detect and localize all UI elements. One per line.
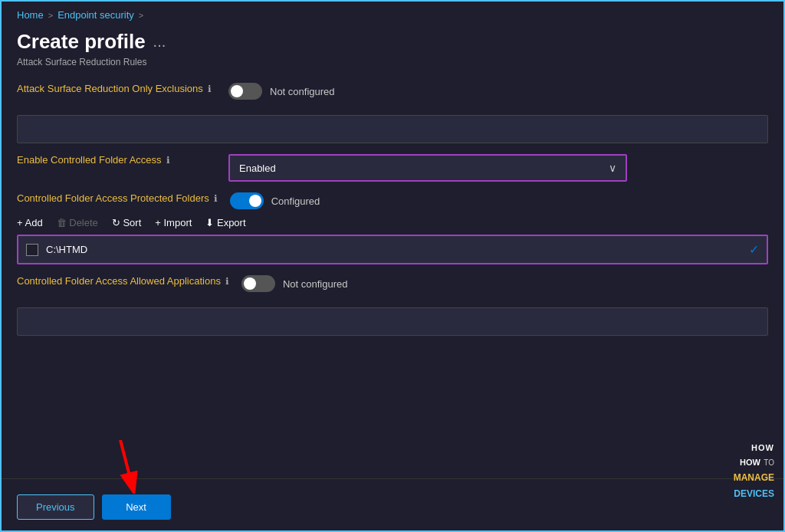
footer-container: HOW HOW TO MANAGE DEVICES Previous Next — [2, 487, 783, 530]
list-item: C:\HTMD ✓ — [17, 235, 768, 264]
watermark-how: HOW — [751, 443, 774, 452]
allowed-apps-label: Controlled Folder Access Allowed Applica… — [17, 275, 229, 287]
allowed-apps-toggle[interactable] — [241, 275, 275, 292]
previous-button[interactable]: Previous — [17, 494, 94, 520]
more-options-button[interactable]: ... — [153, 33, 166, 51]
attack-surface-input[interactable] — [17, 115, 768, 143]
page-title: Create profile — [17, 30, 146, 54]
enable-controlled-control: Enabled ∨ — [228, 154, 768, 182]
next-button[interactable]: Next — [102, 494, 171, 520]
controlled-folder-toggle[interactable] — [230, 192, 264, 209]
allowed-apps-toggle-track — [241, 275, 275, 292]
svg-line-1 — [120, 440, 132, 484]
add-button[interactable]: + Add — [17, 217, 43, 228]
list-item-checkmark-icon: ✓ — [749, 242, 759, 257]
allowed-apps-status: Not configured — [283, 278, 348, 290]
breadcrumb-home[interactable]: Home — [17, 9, 44, 21]
controlled-folder-info-icon[interactable]: ℹ — [214, 193, 218, 204]
enable-controlled-label: Enable Controlled Folder Access ℹ — [17, 154, 216, 166]
toggle-track — [228, 83, 262, 100]
list-item-checkbox[interactable] — [26, 244, 38, 256]
controlled-folder-control: Configured — [230, 192, 768, 209]
watermark-to2: TO — [764, 458, 774, 467]
dropdown-value: Enabled — [239, 163, 276, 174]
red-arrow-annotation — [105, 440, 151, 494]
controlled-folder-toolbar: + Add 🗑 Delete ↻ Sort + Import ⬇ Export — [17, 217, 768, 228]
toggle-track-on — [230, 192, 264, 209]
breadcrumb-endpoint-security[interactable]: Endpoint security — [57, 9, 134, 21]
import-button[interactable]: + Import — [155, 217, 192, 228]
breadcrumb-sep2: > — [139, 11, 143, 20]
toggle-thumb — [231, 85, 243, 97]
dropdown-arrow-icon: ∨ — [609, 162, 616, 174]
enable-controlled-dropdown[interactable]: Enabled ∨ — [228, 154, 627, 182]
attack-surface-label: Attack Surface Reduction Only Exclusions… — [17, 83, 216, 94]
export-button[interactable]: ⬇ Export — [205, 217, 245, 228]
page-subtitle: Attack Surface Reduction Rules — [2, 57, 783, 75]
enable-controlled-row: Enable Controlled Folder Access ℹ Enable… — [17, 154, 768, 182]
attack-surface-toggle[interactable] — [228, 83, 262, 100]
controlled-folder-status: Configured — [271, 195, 320, 207]
watermark-manage: MANAGE — [734, 472, 774, 483]
allowed-apps-control: Not configured — [241, 275, 768, 292]
controlled-folder-label: Controlled Folder Access Protected Folde… — [17, 192, 218, 204]
toggle-thumb-on — [249, 195, 261, 207]
attack-surface-row: Attack Surface Reduction Only Exclusions… — [17, 83, 768, 100]
allowed-apps-info-icon[interactable]: ℹ — [225, 276, 229, 287]
breadcrumb: Home > Endpoint security > — [2, 2, 783, 25]
watermark-devices: DEVICES — [734, 488, 774, 499]
list-item-text: C:\HTMD — [46, 244, 741, 255]
attack-surface-info-icon[interactable]: ℹ — [208, 84, 212, 94]
controlled-folder-section: Controlled Folder Access Protected Folde… — [17, 192, 768, 264]
breadcrumb-sep1: > — [48, 11, 53, 20]
allowed-apps-input-container — [17, 303, 768, 336]
allowed-apps-input[interactable] — [17, 307, 768, 336]
allowed-apps-row: Controlled Folder Access Allowed Applica… — [17, 275, 768, 292]
attack-surface-control: Not configured — [228, 83, 768, 100]
attack-surface-status: Not configured — [270, 86, 335, 97]
page-header: Create profile ... — [2, 25, 783, 57]
watermark-how2: HOW — [740, 458, 760, 467]
delete-button[interactable]: 🗑 Delete — [57, 217, 98, 228]
sort-button[interactable]: ↻ Sort — [112, 217, 141, 228]
controlled-header-row: Controlled Folder Access Protected Folde… — [17, 192, 768, 209]
main-container: Home > Endpoint security > Create profil… — [2, 2, 783, 530]
attack-surface-input-container — [17, 110, 768, 143]
content-area: Attack Surface Reduction Only Exclusions… — [2, 75, 783, 471]
watermark: HOW HOW TO MANAGE DEVICES — [734, 442, 774, 501]
allowed-apps-toggle-thumb — [244, 277, 256, 290]
enable-controlled-info-icon[interactable]: ℹ — [166, 155, 170, 166]
